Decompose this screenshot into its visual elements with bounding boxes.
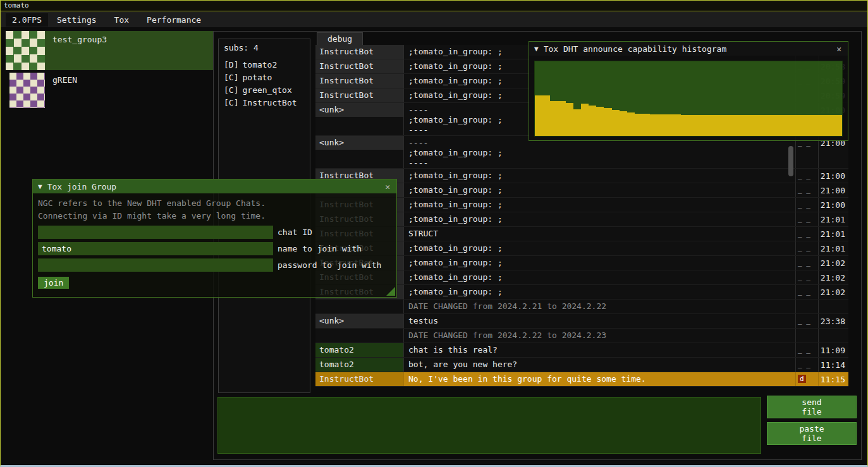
join-password-input[interactable] (38, 258, 273, 272)
chat-receipt-marks: _ _ (796, 314, 819, 328)
chat-scrollbar-thumb[interactable] (788, 146, 793, 176)
chat-sender: <unk> (315, 136, 403, 150)
chat-sender-cell: InstructBot (315, 372, 404, 386)
chat-receipt-marks: _ _ (796, 212, 819, 226)
join-password-label: password to join with (278, 260, 381, 270)
histogram-window-titlebar[interactable]: ▼ Tox DHT announce capability histogram … (529, 42, 848, 56)
chat-message: bot, are you new here? (404, 358, 796, 372)
chat-row[interactable]: tomato2 bot, are you new here? _ _ 11:14 (315, 358, 848, 372)
menu-performance[interactable]: Performance (138, 13, 210, 27)
member-item-instructbot[interactable]: [C]InstructBot (224, 97, 305, 109)
chat-timestamp: 23:38 (819, 314, 848, 328)
chat-sender-cell: tomato2 (315, 358, 404, 372)
chat-timestamp: 21:02 (819, 256, 848, 270)
chat-message: chat is this real? (404, 343, 796, 357)
menu-tox[interactable]: Tox (106, 13, 138, 27)
group-name: gREEN (52, 75, 77, 85)
chat-message: ;tomato_in_group: ; (404, 241, 796, 255)
tab-debug[interactable]: debug (317, 32, 363, 45)
menu-settings[interactable]: Settings (48, 13, 106, 27)
group-avatar (9, 73, 45, 108)
close-icon[interactable]: ✕ (384, 182, 391, 191)
chat-sender-cell: InstructBot (315, 88, 404, 102)
chat-sender: InstructBot (315, 372, 403, 386)
chat-row-highlighted[interactable]: InstructBot No, I've been in this group … (315, 372, 848, 387)
member-item-potato[interactable]: [C]potato (224, 71, 305, 84)
histogram-plot (534, 61, 843, 136)
member-item-green_qtox[interactable]: [C]green_qtox (224, 84, 305, 97)
chat-timestamp: 21:01 (819, 241, 848, 255)
dht-histogram-window: ▼ Tox DHT announce capability histogram … (529, 41, 848, 141)
chat-receipt-marks: _ _ (796, 256, 819, 270)
member-item-tomato2[interactable]: [D]tomato2 (224, 59, 305, 71)
chat-timestamp (819, 300, 848, 313)
chat-sender-cell: tomato2 (315, 343, 404, 357)
chat-sender: tomato2 (315, 343, 403, 357)
member-status: [C] (224, 98, 238, 107)
chat-row[interactable]: tomato2 chat is this real? _ _ 11:09 (315, 343, 848, 358)
chat-row[interactable]: <unk> testus _ _ 23:38 (315, 314, 848, 329)
chat-sender: InstructBot (315, 74, 403, 88)
message-input[interactable] (217, 397, 761, 454)
chat-id-label: chat ID (278, 227, 312, 237)
group-item-green[interactable]: gREEN (6, 71, 213, 109)
chat-sender-cell: InstructBot (315, 45, 404, 59)
chat-sender-cell: <unk> (315, 136, 404, 168)
member-name: potato (242, 73, 272, 82)
collapse-arrow-icon[interactable]: ▼ (38, 183, 42, 191)
group-item-test_group3[interactable]: test_group3 (6, 31, 213, 70)
chat-sender: <unk> (315, 314, 403, 328)
chat-message: ;tomato_in_group: ; (404, 285, 796, 299)
member-name: green_qtox (242, 85, 291, 95)
chat-sender: InstructBot (315, 88, 403, 102)
chat-receipt-marks: _ _ (796, 183, 819, 197)
chat-sender: InstructBot (315, 45, 403, 59)
chat-sender: InstructBot (315, 59, 403, 73)
chat-sender-cell: <unk> (315, 314, 404, 328)
resize-grip[interactable] (386, 287, 395, 296)
paste-file-button[interactable]: paste file (767, 422, 857, 445)
window-titlebar[interactable]: tomato (1, 1, 867, 11)
chat-timestamp: 11:15 (819, 372, 848, 386)
join-button[interactable]: join (38, 277, 69, 289)
member-status: [D] (224, 60, 238, 70)
chat-sender-cell (315, 300, 404, 313)
member-status: [C] (224, 85, 238, 95)
chat-receipt-marks: _ _ (796, 270, 819, 284)
send-file-button[interactable]: send file (767, 396, 857, 418)
member-name: tomato2 (242, 60, 277, 70)
chat-sender-cell (315, 329, 404, 343)
date-changed-text: DATE CHANGED from 2024.2.22 to 2024.2.23 (404, 329, 796, 343)
chat-receipt-marks: _ _ (796, 227, 819, 241)
chat-timestamp: 21:00 (819, 169, 848, 183)
close-icon[interactable]: ✕ (835, 44, 843, 54)
chat-id-input[interactable] (38, 226, 273, 239)
join-name-input[interactable]: tomato (38, 242, 273, 255)
join-name-label: name to join with (278, 244, 362, 253)
chat-timestamp: 21:00 (819, 198, 848, 212)
group-avatar (6, 31, 45, 70)
collapse-arrow-icon[interactable]: ▼ (534, 45, 539, 53)
chat-timestamp: 11:14 (819, 358, 848, 372)
chat-timestamp: 21:01 (819, 212, 848, 226)
join-window-title: Tox join Group (47, 182, 384, 191)
subs-header: subs: 4 (224, 43, 305, 52)
chat-receipt-marks: _ _ (796, 169, 819, 183)
chat-message: ;tomato_in_group: ; (404, 198, 796, 212)
join-window-titlebar[interactable]: ▼ Tox join Group ✕ (33, 179, 396, 193)
chat-sender-cell: InstructBot (315, 74, 404, 88)
join-group-window: ▼ Tox join Group ✕ NGC refers to the New… (32, 179, 397, 298)
chat-message: ;tomato_in_group: ; (404, 169, 796, 183)
group-name: test_group3 (52, 35, 107, 44)
chat-sender: <unk> (315, 103, 403, 117)
chat-message: STRUCT (404, 227, 796, 241)
chat-message: ;tomato_in_group: ; (404, 256, 796, 270)
member-status: [C] (224, 73, 238, 82)
window-title: tomato (4, 1, 29, 9)
app-window: tomato 2.0FPS Settings Tox Performance t… (0, 0, 868, 467)
fps-counter: 2.0FPS (6, 13, 48, 27)
chat-receipt-marks: _ _ (796, 343, 819, 357)
histogram-window-title: Tox DHT announce capability histogram (544, 44, 836, 54)
chat-timestamp (819, 329, 848, 343)
chat-message: ;tomato_in_group: ; (404, 270, 796, 284)
